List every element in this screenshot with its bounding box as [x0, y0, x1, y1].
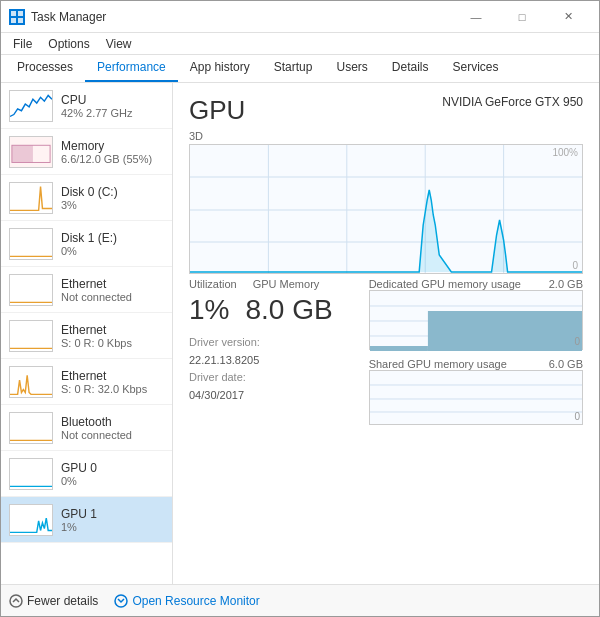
- gpu1-name: GPU 1: [61, 507, 164, 521]
- fewer-details-icon: [9, 594, 23, 608]
- ethernet3-value: S: 0 R: 32.0 Kbps: [61, 383, 164, 395]
- gpu1-thumb: [9, 504, 53, 536]
- disk1-info: Disk 1 (E:) 0%: [61, 231, 164, 257]
- graph-zero-label: 0: [572, 260, 578, 271]
- stat-values-row: 1% 8.0 GB: [189, 294, 333, 326]
- svg-point-21: [10, 595, 22, 607]
- memory-label: GPU Memory: [253, 278, 320, 290]
- ethernet3-info: Ethernet S: 0 R: 32.0 Kbps: [61, 369, 164, 395]
- app-icon: [9, 9, 25, 25]
- graph-label: 3D: [189, 130, 583, 142]
- sidebar-item-cpu[interactable]: CPU 42% 2.77 GHz: [1, 83, 172, 129]
- gpu0-thumb: [9, 458, 53, 490]
- svg-rect-3: [18, 18, 23, 23]
- dedicated-graph-section: Dedicated GPU memory usage 2.0 GB 0: [369, 278, 583, 350]
- ethernet1-info: Ethernet Not connected: [61, 277, 164, 303]
- ethernet1-thumb: [9, 274, 53, 306]
- driver-date-value: 04/30/2017: [189, 387, 333, 405]
- stat-labels-row: Utilization GPU Memory: [189, 278, 333, 290]
- disk1-thumb: [9, 228, 53, 260]
- driver-version-value: 22.21.13.8205: [189, 352, 333, 370]
- disk0-info: Disk 0 (C:) 3%: [61, 185, 164, 211]
- stats-row: Utilization GPU Memory 1% 8.0 GB Driver …: [189, 278, 583, 572]
- tab-services[interactable]: Services: [441, 54, 511, 82]
- shared-graph-section: Shared GPU memory usage 6.0 GB 0: [369, 358, 583, 425]
- fewer-details-button[interactable]: Fewer details: [9, 594, 98, 608]
- svg-rect-16: [370, 346, 428, 351]
- content-area: CPU 42% 2.77 GHz Memory 6.6/12.0 GB (55%…: [1, 83, 599, 584]
- dedicated-graph-label: Dedicated GPU memory usage 2.0 GB: [369, 278, 583, 290]
- menu-options[interactable]: Options: [40, 35, 97, 53]
- menu-file[interactable]: File: [5, 35, 40, 53]
- sidebar-item-gpu0[interactable]: GPU 0 0%: [1, 451, 172, 497]
- dedicated-graph: 0: [369, 290, 583, 350]
- cpu-info: CPU 42% 2.77 GHz: [61, 93, 164, 119]
- minimize-button[interactable]: —: [453, 1, 499, 33]
- tab-bar: Processes Performance App history Startu…: [1, 55, 599, 83]
- sidebar: CPU 42% 2.77 GHz Memory 6.6/12.0 GB (55%…: [1, 83, 173, 584]
- gpu1-value: 1%: [61, 521, 164, 533]
- task-manager-window: Task Manager — □ ✕ File Options View Pro…: [0, 0, 600, 617]
- gpu1-info: GPU 1 1%: [61, 507, 164, 533]
- tab-users[interactable]: Users: [324, 54, 379, 82]
- graph-max-label: 100%: [552, 147, 578, 158]
- disk0-thumb: [9, 182, 53, 214]
- tab-details[interactable]: Details: [380, 54, 441, 82]
- ethernet1-name: Ethernet: [61, 277, 164, 291]
- disk0-value: 3%: [61, 199, 164, 211]
- svg-rect-1: [18, 11, 23, 16]
- cpu-name: CPU: [61, 93, 164, 107]
- svg-rect-17: [428, 311, 582, 351]
- disk1-value: 0%: [61, 245, 164, 257]
- window-title: Task Manager: [31, 10, 106, 24]
- shared-graph-label: Shared GPU memory usage 6.0 GB: [369, 358, 583, 370]
- gpu0-info: GPU 0 0%: [61, 461, 164, 487]
- sidebar-item-bluetooth[interactable]: Bluetooth Not connected: [1, 405, 172, 451]
- sidebar-item-disk0[interactable]: Disk 0 (C:) 3%: [1, 175, 172, 221]
- menu-view[interactable]: View: [98, 35, 140, 53]
- gpu-model: NVIDIA GeForce GTX 950: [442, 95, 583, 109]
- sidebar-item-disk1[interactable]: Disk 1 (E:) 0%: [1, 221, 172, 267]
- main-graph: 100% 0: [189, 144, 583, 274]
- sidebar-item-ethernet2[interactable]: Ethernet S: 0 R: 0 Kbps: [1, 313, 172, 359]
- menu-bar: File Options View: [1, 33, 599, 55]
- ethernet2-value: S: 0 R: 0 Kbps: [61, 337, 164, 349]
- ethernet2-thumb: [9, 320, 53, 352]
- tab-startup[interactable]: Startup: [262, 54, 325, 82]
- tab-processes[interactable]: Processes: [5, 54, 85, 82]
- close-button[interactable]: ✕: [545, 1, 591, 33]
- maximize-button[interactable]: □: [499, 1, 545, 33]
- title-bar-left: Task Manager: [9, 9, 106, 25]
- driver-date-label: Driver date:: [189, 369, 333, 387]
- utilization-value: 1%: [189, 294, 229, 326]
- main-graph-svg: [190, 145, 582, 274]
- sidebar-item-ethernet3[interactable]: Ethernet S: 0 R: 32.0 Kbps: [1, 359, 172, 405]
- svg-rect-2: [11, 18, 16, 23]
- ethernet3-thumb: [9, 366, 53, 398]
- bluetooth-info: Bluetooth Not connected: [61, 415, 164, 441]
- utilization-label: Utilization: [189, 278, 237, 290]
- main-panel: GPU NVIDIA GeForce GTX 950 3D 100% 0: [173, 83, 599, 584]
- driver-info: Driver version: 22.21.13.8205 Driver dat…: [189, 334, 333, 404]
- memory-value: 8.0 GB: [245, 294, 332, 326]
- tab-app-history[interactable]: App history: [178, 54, 262, 82]
- ethernet2-info: Ethernet S: 0 R: 0 Kbps: [61, 323, 164, 349]
- shared-graph: 0: [369, 370, 583, 425]
- tab-performance[interactable]: Performance: [85, 54, 178, 82]
- ethernet1-value: Not connected: [61, 291, 164, 303]
- open-resource-monitor-link[interactable]: Open Resource Monitor: [114, 594, 259, 608]
- bluetooth-thumb: [9, 412, 53, 444]
- sidebar-item-ethernet1[interactable]: Ethernet Not connected: [1, 267, 172, 313]
- gpu0-name: GPU 0: [61, 461, 164, 475]
- bluetooth-value: Not connected: [61, 429, 164, 441]
- title-bar: Task Manager — □ ✕: [1, 1, 599, 33]
- sidebar-item-memory[interactable]: Memory 6.6/12.0 GB (55%): [1, 129, 172, 175]
- left-section: Utilization GPU Memory 1% 8.0 GB Driver …: [189, 278, 333, 404]
- sidebar-item-gpu1[interactable]: GPU 1 1%: [1, 497, 172, 543]
- disk1-name: Disk 1 (E:): [61, 231, 164, 245]
- cpu-thumb: [9, 90, 53, 122]
- disk0-name: Disk 0 (C:): [61, 185, 164, 199]
- gpu0-value: 0%: [61, 475, 164, 487]
- driver-version-label: Driver version:: [189, 334, 333, 352]
- cpu-value: 42% 2.77 GHz: [61, 107, 164, 119]
